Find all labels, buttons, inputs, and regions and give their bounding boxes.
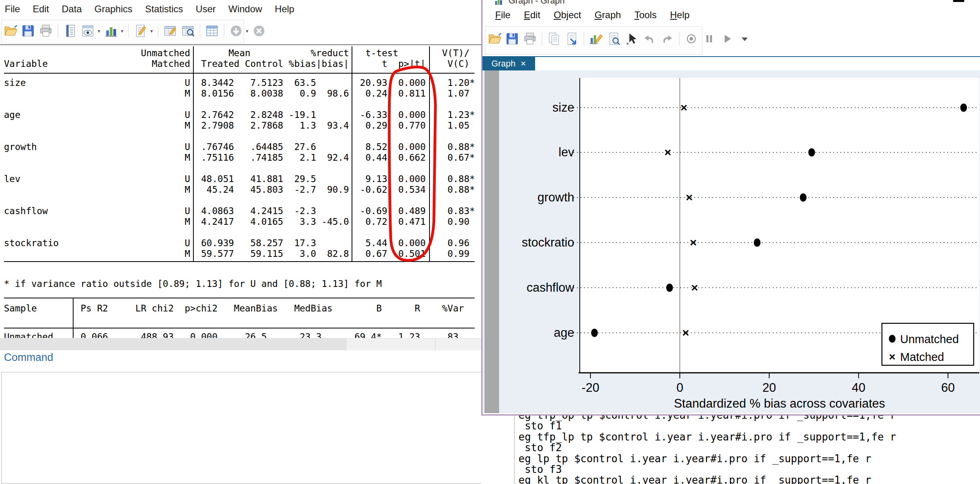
menu-help[interactable]: Help xyxy=(670,9,689,21)
break-icon[interactable] xyxy=(252,24,266,38)
undo-icon[interactable] xyxy=(642,32,656,46)
toolbar-separator xyxy=(58,24,58,38)
svg-text:cashflow: cashflow xyxy=(526,281,574,294)
save-icon[interactable] xyxy=(505,32,519,46)
data-browser-icon[interactable] xyxy=(181,24,195,38)
play-icon[interactable] xyxy=(720,32,734,46)
menu-graph[interactable]: Graph xyxy=(594,9,621,21)
dropdown-caret-icon[interactable]: ▾ xyxy=(246,28,249,34)
svg-text:Unmatched: Unmatched xyxy=(900,333,959,345)
red-annotation-circle xyxy=(0,46,483,338)
menu-user[interactable]: User xyxy=(196,4,216,15)
bias-dot-plot: -200204060Standardized % bias across cov… xyxy=(482,70,980,413)
svg-text:stockratio: stockratio xyxy=(522,235,574,249)
toolbar-separator xyxy=(224,24,224,38)
graph-toolbar xyxy=(484,28,755,50)
graph-canvas-area: -200204060Standardized % bias across cov… xyxy=(482,70,980,413)
tab-strip-line xyxy=(482,56,980,57)
svg-text:Standardized % bias across cov: Standardized % bias across covariates xyxy=(674,397,885,410)
log-icon[interactable] xyxy=(63,24,77,38)
dropdown-caret-icon[interactable]: ▾ xyxy=(121,28,124,34)
graph-window-titlebar[interactable]: Graph - Graph xyxy=(494,0,565,6)
scrollbar-thumb[interactable] xyxy=(0,338,347,350)
tab-graph-label: Graph xyxy=(491,59,515,69)
command-input[interactable] xyxy=(1,372,482,484)
menu-file[interactable]: File xyxy=(495,9,511,21)
caret-down-icon[interactable] xyxy=(738,32,752,46)
svg-text:60: 60 xyxy=(941,381,955,395)
window-control-fragment xyxy=(953,0,964,2)
stata-main-window: FileEditDataGraphicsStatisticsUserWindow… xyxy=(0,0,483,484)
record-icon[interactable] xyxy=(684,32,698,46)
results-horizontal-scrollbar[interactable] xyxy=(0,338,483,350)
svg-text:0: 0 xyxy=(676,381,683,395)
viewer-icon[interactable] xyxy=(81,24,95,38)
svg-text:-20: -20 xyxy=(582,381,600,395)
stata-toolbar: ▾▾▾▾ xyxy=(0,20,269,42)
menu-tools[interactable]: Tools xyxy=(634,9,656,21)
open-icon[interactable] xyxy=(487,32,501,46)
open-icon[interactable] xyxy=(3,24,17,38)
toolbar-separator xyxy=(679,32,679,46)
pane-divider xyxy=(0,44,483,45)
svg-text:×: × xyxy=(664,146,672,159)
results-pane[interactable]: Unmatched Mean %reduct t-test V(T)/ Vari… xyxy=(0,46,483,338)
dropdown-caret-icon[interactable]: ▾ xyxy=(98,28,100,34)
tab-graph[interactable]: Graph ✕ xyxy=(482,57,535,70)
menu-data[interactable]: Data xyxy=(62,4,82,15)
svg-text:×: × xyxy=(889,351,895,363)
print-icon[interactable] xyxy=(523,32,537,46)
graph-window: Graph - Graph FileEditObjectGraphToolsHe… xyxy=(481,0,980,416)
copy-icon[interactable] xyxy=(547,32,561,46)
window-shadow xyxy=(481,414,980,415)
save-icon[interactable] xyxy=(21,24,35,38)
menu-file[interactable]: File xyxy=(5,4,20,15)
print-icon[interactable] xyxy=(39,24,53,38)
toolbar-separator xyxy=(584,32,584,46)
pause-icon[interactable] xyxy=(702,32,716,46)
menu-graphics[interactable]: Graphics xyxy=(95,4,132,15)
do-file-text: eg tfp_op tp $control i.year i.year#i.pr… xyxy=(518,416,896,484)
dropdown-caret-icon[interactable]: ▾ xyxy=(150,28,153,34)
inspect-icon[interactable] xyxy=(607,32,621,46)
graph-edit-icon[interactable] xyxy=(589,32,603,46)
pointer-icon[interactable] xyxy=(624,32,639,46)
svg-text:lev: lev xyxy=(558,145,574,159)
data-editor-icon[interactable] xyxy=(163,24,177,38)
svg-text:40: 40 xyxy=(852,381,865,395)
tab-close-icon[interactable]: ✕ xyxy=(520,59,526,68)
svg-text:growth: growth xyxy=(537,190,574,204)
menu-edit[interactable]: Edit xyxy=(33,4,49,15)
menu-help[interactable]: Help xyxy=(275,4,294,15)
svg-text:×: × xyxy=(680,101,687,114)
toolbar-separator xyxy=(128,24,129,38)
toolbar-separator xyxy=(158,24,158,38)
do-file-left-border xyxy=(514,416,515,484)
menu-window[interactable]: Window xyxy=(228,4,262,15)
svg-text:×: × xyxy=(686,191,693,204)
graph-icon[interactable] xyxy=(104,24,118,38)
menu-object[interactable]: Object xyxy=(554,9,581,21)
svg-text:20: 20 xyxy=(762,381,776,395)
export-icon[interactable] xyxy=(565,32,579,46)
toolbar-separator xyxy=(542,32,542,46)
graph-app-icon xyxy=(494,0,503,6)
svg-text:size: size xyxy=(552,101,574,114)
redo-icon[interactable] xyxy=(660,32,674,46)
svg-text:×: × xyxy=(691,281,698,294)
svg-text:Matched: Matched xyxy=(900,351,944,363)
graph-window-title: Graph - Graph xyxy=(509,0,565,6)
svg-text:age: age xyxy=(554,326,574,340)
do-editor-icon[interactable] xyxy=(133,24,148,38)
execute-do-icon[interactable] xyxy=(229,24,243,38)
do-file-editor-pane[interactable]: eg tfp_op tp $control i.year i.year#i.pr… xyxy=(481,416,980,484)
menu-statistics[interactable]: Statistics xyxy=(145,4,183,15)
toolbar-separator xyxy=(200,24,200,38)
svg-text:×: × xyxy=(690,236,697,249)
stata-menubar: FileEditDataGraphicsStatisticsUserWindow… xyxy=(0,0,483,15)
variables-manager-icon[interactable] xyxy=(205,24,219,38)
menu-edit[interactable]: Edit xyxy=(524,9,540,21)
svg-text:×: × xyxy=(682,326,689,339)
command-pane-label: Command xyxy=(4,351,53,364)
scrollbar-divider xyxy=(435,338,435,350)
